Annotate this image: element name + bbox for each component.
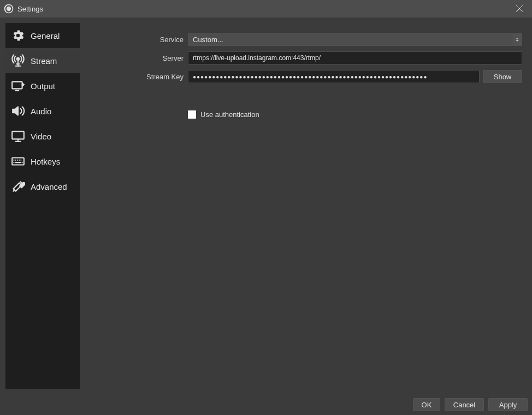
- window-title: Settings: [17, 5, 43, 13]
- sidebar-item-label: Audio: [31, 107, 51, 116]
- service-label: Service: [134, 36, 184, 44]
- settings-sidebar: General Stream: [5, 23, 80, 389]
- speaker-icon: [11, 104, 25, 118]
- settings-content: Service Custom... Server rtmps://live: [80, 23, 527, 389]
- sidebar-item-label: Output: [31, 81, 55, 91]
- output-icon: [11, 79, 25, 93]
- sidebar-item-hotkeys[interactable]: Hotkeys: [5, 149, 80, 174]
- close-button[interactable]: [507, 0, 532, 17]
- show-streamkey-button[interactable]: Show: [483, 70, 522, 83]
- use-authentication-checkbox[interactable]: [188, 110, 196, 119]
- sidebar-item-audio[interactable]: Audio: [5, 98, 80, 124]
- sidebar-item-video[interactable]: Video: [5, 124, 80, 149]
- streamkey-input[interactable]: ●●●●●●●●●●●●●●●●●●●●●●●●●●●●●●●●●●●●●●●●…: [188, 70, 480, 83]
- streamkey-input-value: ●●●●●●●●●●●●●●●●●●●●●●●●●●●●●●●●●●●●●●●●…: [193, 74, 427, 80]
- server-input[interactable]: rtmps://live-upload.instagram.com:443/rt…: [188, 51, 522, 65]
- gear-icon: [11, 28, 25, 43]
- svg-rect-13: [12, 158, 24, 165]
- tools-icon: [11, 179, 25, 194]
- titlebar: Settings: [0, 0, 532, 17]
- keyboard-icon: [11, 154, 25, 168]
- sidebar-item-label: Video: [31, 132, 51, 141]
- select-caret-icon: [512, 33, 522, 45]
- service-select-value: Custom...: [193, 36, 223, 44]
- use-authentication-label: Use authentication: [200, 110, 259, 119]
- svg-rect-8: [12, 81, 22, 89]
- sidebar-item-stream[interactable]: Stream: [5, 48, 80, 73]
- sidebar-item-label: Stream: [31, 56, 57, 66]
- svg-point-1: [7, 7, 11, 11]
- service-select[interactable]: Custom...: [188, 33, 522, 46]
- streamkey-label: Stream Key: [134, 73, 184, 81]
- server-input-value: rtmps://live-upload.instagram.com:443/rt…: [193, 54, 321, 62]
- svg-rect-10: [12, 131, 24, 139]
- sidebar-item-label: General: [31, 31, 60, 40]
- server-label: Server: [134, 54, 184, 62]
- ok-button[interactable]: OK: [413, 398, 440, 411]
- cancel-button[interactable]: Cancel: [445, 398, 484, 411]
- sidebar-item-output[interactable]: Output: [5, 73, 80, 98]
- sidebar-item-label: Hotkeys: [31, 157, 60, 166]
- dialog-footer: OK Cancel Apply: [0, 394, 532, 415]
- apply-button[interactable]: Apply: [488, 398, 528, 411]
- sidebar-item-advanced[interactable]: Advanced: [5, 174, 80, 199]
- monitor-icon: [11, 129, 25, 143]
- sidebar-item-general[interactable]: General: [5, 23, 80, 48]
- app-icon: [3, 3, 14, 14]
- sidebar-item-label: Advanced: [31, 182, 67, 191]
- broadcast-icon: [11, 54, 25, 68]
